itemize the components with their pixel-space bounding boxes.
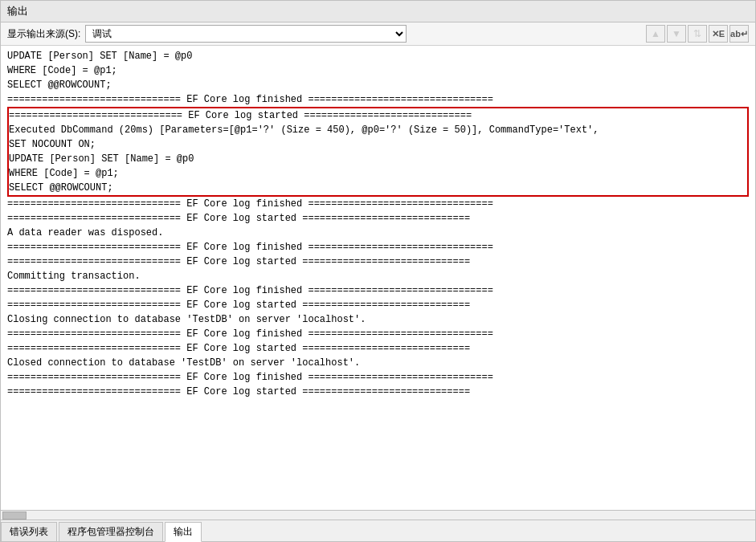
log-line-23: ============================== EF Core l… — [7, 370, 749, 385]
clear-button[interactable]: ✕E — [709, 25, 728, 43]
log-line-18: ============================== EF Core l… — [7, 298, 749, 312]
log-line-13: A data reader was disposed. — [7, 226, 749, 240]
bottom-tabs: 错误列表 程序包管理器控制台 输出 — [1, 520, 755, 541]
scrollbar-thumb[interactable] — [2, 511, 27, 520]
log-line-19: Closing connection to database 'TestDB' … — [7, 312, 749, 327]
source-label: 显示输出来源(S): — [7, 27, 80, 41]
tab-output[interactable]: 输出 — [165, 522, 202, 542]
output-panel: 输出 显示输出来源(S): 调试 生成 错误列表 ▲ ▼ ⇅ ✕E ab↵ — [0, 0, 756, 542]
tab-package-manager[interactable]: 程序包管理器控制台 — [59, 522, 163, 541]
scroll-down-icon: ▼ — [672, 28, 681, 39]
tab-package-manager-label: 程序包管理器控制台 — [67, 526, 154, 537]
scroll-up-icon: ▲ — [651, 28, 660, 39]
log-line-2: WHERE [Code] = @p1; — [7, 63, 749, 78]
tab-error-list[interactable]: 错误列表 — [1, 522, 57, 541]
log-line-21: ============================== EF Core l… — [7, 341, 749, 356]
tab-error-list-label: 错误列表 — [10, 526, 48, 537]
log-line-11: ============================== EF Core l… — [7, 197, 749, 211]
toolbar-buttons: ▲ ▼ ⇅ ✕E ab↵ — [646, 25, 749, 43]
scroll-down-button[interactable]: ▼ — [667, 25, 686, 43]
log-line-24: ============================== EF Core l… — [7, 385, 749, 399]
log-line-22: Closed connection to database 'TestDB' o… — [7, 356, 749, 370]
log-line-5: ============================== EF Core l… — [9, 108, 747, 123]
log-line-17: ============================== EF Core l… — [7, 283, 749, 298]
log-line-15: ============================== EF Core l… — [7, 255, 749, 269]
log-line-4: ============================== EF Core l… — [7, 92, 749, 107]
log-line-20: ============================== EF Core l… — [7, 327, 749, 341]
clear-icon: ✕E — [712, 29, 725, 39]
log-line-14: ============================== EF Core l… — [7, 240, 749, 255]
tab-output-label: 输出 — [174, 526, 193, 537]
log-line-1: UPDATE [Person] SET [Name] = @p0 — [7, 49, 749, 63]
log-line-9: WHERE [Code] = @p1; — [9, 166, 747, 181]
log-line-16: Committing transaction. — [7, 269, 749, 283]
toolbar: 显示输出来源(S): 调试 生成 错误列表 ▲ ▼ ⇅ ✕E ab↵ — [1, 22, 755, 46]
scroll-both-button[interactable]: ⇅ — [688, 25, 707, 43]
log-line-12: ============================== EF Core l… — [7, 211, 749, 226]
highlighted-block: ============================== EF Core l… — [7, 107, 749, 197]
scroll-up-button[interactable]: ▲ — [646, 25, 665, 43]
horizontal-scrollbar[interactable] — [1, 510, 755, 520]
scroll-both-icon: ⇅ — [693, 28, 701, 39]
source-select[interactable]: 调试 生成 错误列表 — [85, 25, 407, 43]
log-content[interactable]: UPDATE [Person] SET [Name] = @p0 WHERE [… — [1, 46, 755, 510]
log-line-6: Executed DbCommand (20ms) [Parameters=[@… — [9, 123, 747, 137]
word-wrap-icon: ab↵ — [730, 29, 748, 39]
word-wrap-button[interactable]: ab↵ — [729, 25, 749, 43]
log-line-10: SELECT @@ROWCOUNT; — [9, 181, 747, 195]
log-line-8: UPDATE [Person] SET [Name] = @p0 — [9, 152, 747, 166]
log-line-3: SELECT @@ROWCOUNT; — [7, 78, 749, 92]
log-line-7: SET NOCOUNT ON; — [9, 137, 747, 152]
panel-title: 输出 — [1, 1, 755, 22]
